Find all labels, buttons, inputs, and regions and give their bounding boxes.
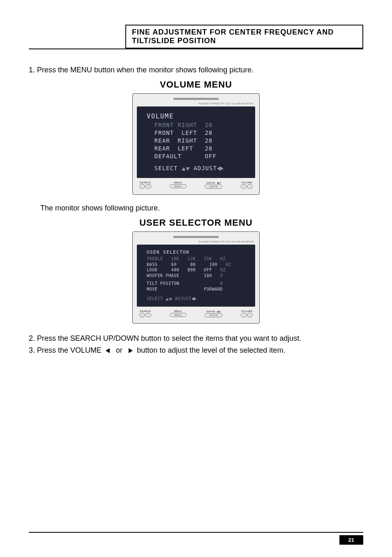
device-model-label: IN-DASH 7"WIDE TFT LCD COLOR MONITOR	[137, 102, 255, 106]
row-rear-right: REAR RIGHT 28	[147, 137, 248, 145]
page-title-box: FINE ADJUSTMENT FOR CENTER FREQUENCY AND…	[125, 25, 363, 49]
row-default: DEFAULT OFF	[147, 153, 248, 160]
page-number: 21	[339, 535, 363, 545]
avatm-button[interactable]: AVATM	[205, 313, 222, 317]
volume-menu-heading: VOLUME MENU	[29, 79, 363, 90]
step-3-text-c: button to adjust the level of the select…	[137, 346, 285, 354]
screen-title: USER SELECTOR	[147, 250, 248, 256]
volume-up-button[interactable]: ›	[247, 313, 253, 317]
user-selector-heading: USER SELECTOR MENU	[29, 217, 363, 228]
avatm-button[interactable]: AVATM	[205, 185, 222, 189]
volume-controls: VOLUME ‹ ›	[241, 310, 253, 317]
triangle-right-icon	[129, 348, 133, 353]
avatm-controls: AVATM · ▶‖ AVATM	[205, 181, 222, 189]
intermediate-note: The monitor shows following picture.	[40, 204, 363, 213]
avatm-label: AVATM · ▶‖	[206, 181, 221, 184]
menu-button[interactable]: MENU	[170, 313, 187, 317]
avatm-controls: AVATM · ▶‖ AVATM	[205, 310, 222, 317]
row-front-left: FRONT LEFT 28	[147, 129, 248, 137]
menu-label: MENU	[174, 310, 182, 312]
row-front-right: FRONT RIGHT 28	[147, 121, 248, 129]
menu-controls: MENU MENU	[170, 310, 187, 317]
search-controls: SEARCH ⌄ ⌃	[139, 310, 151, 317]
device-slot	[173, 236, 219, 238]
row-move: MOVE FORWARD	[147, 287, 248, 292]
step-2: 2. Press the SEARCH UP/DOWN button to se…	[29, 334, 363, 343]
arrow-down-icon	[186, 167, 190, 171]
volume-controls: VOLUME ‹ ›	[241, 181, 253, 189]
row-loud: LOUD 400 800 OFF HZ	[147, 267, 248, 273]
volume-down-button[interactable]: ‹	[241, 184, 247, 189]
search-label: SEARCH	[140, 181, 151, 184]
row-bass: BASS 60 80 100 HZ	[147, 262, 248, 268]
arrow-right-icon	[194, 297, 196, 300]
device-slot	[173, 98, 219, 100]
device-controls: SEARCH ⌄ ⌃ MENU MENU AVATM · ▶‖ AVATM	[137, 178, 255, 190]
device-controls: SEARCH ⌄ ⌃ MENU MENU AVATM · ▶‖ AVATM	[137, 307, 255, 319]
menu-button[interactable]: MENU	[170, 184, 187, 188]
footer-rule	[29, 532, 363, 533]
row-rear-left: REAR LEFT 28	[147, 145, 248, 153]
volume-label: VOLUME	[241, 310, 252, 312]
arrow-down-icon	[169, 298, 172, 300]
device-model-label: IN-DASH 7"WIDE TFT LCD COLOR MONITOR	[137, 240, 255, 245]
search-up-button[interactable]: ⌃	[145, 313, 151, 317]
menu-label: MENU	[174, 181, 182, 184]
volume-up-button[interactable]: ›	[247, 184, 253, 189]
row-tilt-positon: TILT POSITON 0	[147, 281, 248, 287]
volume-label: VOLUME	[241, 181, 252, 184]
screen-title: VOLUME	[147, 112, 248, 120]
device-user-selector: IN-DASH 7"WIDE TFT LCD COLOR MONITOR USE…	[132, 231, 260, 324]
volume-down-button[interactable]: ‹	[241, 313, 247, 317]
search-up-button[interactable]: ⌃	[145, 184, 151, 189]
step-3-text-a: 3. Press the VOLUME	[29, 346, 101, 354]
arrow-up-icon	[182, 167, 186, 171]
step-3-text-b: or	[116, 346, 122, 354]
menu-controls: MENU MENU	[170, 181, 187, 188]
page-title: FINE ADJUSTMENT FOR CENTER FREQUENCY AND…	[132, 28, 334, 45]
device-inner: IN-DASH 7"WIDE TFT LCD COLOR MONITOR VOL…	[135, 96, 257, 192]
page-footer: 21	[29, 532, 363, 545]
device-volume-menu: IN-DASH 7"WIDE TFT LCD COLOR MONITOR VOL…	[132, 93, 260, 195]
row-treble: TREBLE 10K 12K 15K HZ	[147, 256, 248, 262]
search-label: SEARCH	[140, 310, 151, 312]
search-controls: SEARCH ⌄ ⌃	[139, 181, 151, 189]
document-page: FINE ADJUSTMENT FOR CENTER FREQUENCY AND…	[0, 0, 392, 557]
search-down-button[interactable]: ⌄	[139, 313, 145, 317]
arrow-up-icon	[166, 298, 169, 300]
body-content: 1. Press the MENU button when the monito…	[29, 49, 363, 355]
avatm-label: AVATM · ▶‖	[206, 310, 221, 313]
arrow-right-icon	[220, 166, 224, 171]
triangle-left-icon	[106, 348, 110, 353]
search-down-button[interactable]: ⌄	[139, 184, 145, 189]
row-woofer-phase: WOOFER PHASE 180 0	[147, 273, 248, 279]
screen-user-selector: USER SELECTOR TREBLE 10K 12K 15K HZ BASS…	[137, 245, 255, 307]
device-inner: IN-DASH 7"WIDE TFT LCD COLOR MONITOR USE…	[135, 234, 257, 321]
arrow-left-icon	[217, 166, 220, 171]
screen-volume: VOLUME FRONT RIGHT 28 FRONT LEFT 28 REAR…	[137, 106, 255, 178]
hint-row: SELECT ADJUST	[147, 164, 248, 172]
hint-row: SELECT ADJUST	[147, 296, 248, 302]
step-1: 1. Press the MENU button when the monito…	[29, 66, 363, 74]
step-3: 3. Press the VOLUME or button to adjust …	[29, 346, 363, 355]
